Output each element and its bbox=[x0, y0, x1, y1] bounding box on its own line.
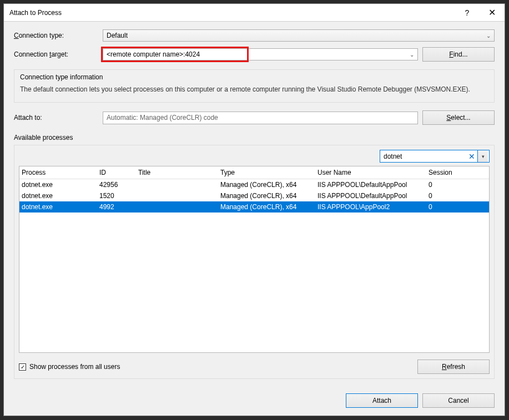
titlebar: Attach to Process ? ✕ bbox=[4, 4, 505, 22]
connection-target-combobox[interactable]: <remote computer name>:4024 ⌄ bbox=[103, 48, 418, 60]
cell-id: 42956 bbox=[97, 181, 136, 189]
cell-session: 0 bbox=[426, 192, 471, 200]
attach-to-value: Automatic: Managed (CoreCLR) code bbox=[107, 114, 218, 122]
connection-type-label: Connection type: bbox=[14, 32, 103, 39]
cell-session: 0 bbox=[426, 203, 471, 211]
cell-user: IIS APPPOOL\DefaultAppPool bbox=[315, 192, 426, 200]
refresh-button[interactable]: Refresh bbox=[417, 360, 490, 374]
available-processes-label: Available processes bbox=[14, 134, 495, 141]
cell-process: dotnet.exe bbox=[19, 181, 97, 189]
col-session[interactable]: Session bbox=[426, 169, 471, 176]
table-row[interactable]: dotnet.exe4992Managed (CoreCLR), x64IIS … bbox=[19, 201, 489, 212]
chevron-down-icon: ⌄ bbox=[410, 52, 414, 58]
process-panel: dotnet ✕ ▾ Process ID Title Type User Na… bbox=[14, 145, 495, 379]
cell-process: dotnet.exe bbox=[19, 203, 97, 211]
connection-target-value: <remote computer name>:4024 bbox=[107, 50, 200, 58]
show-all-users-checkbox[interactable]: ✓ Show processes from all users bbox=[19, 363, 120, 371]
attach-to-row: Attach to: Automatic: Managed (CoreCLR) … bbox=[14, 110, 495, 125]
cell-id: 4992 bbox=[97, 203, 136, 211]
attach-to-process-dialog: Attach to Process ? ✕ Connection type: D… bbox=[3, 3, 505, 416]
chevron-down-icon: ⌄ bbox=[486, 33, 491, 39]
connection-target-row: Connection target: <remote computer name… bbox=[14, 47, 495, 62]
action-row: Attach Cancel bbox=[4, 387, 505, 416]
filter-input[interactable]: dotnet ✕ ▾ bbox=[380, 150, 490, 163]
help-icon[interactable]: ? bbox=[455, 4, 480, 22]
col-id[interactable]: ID bbox=[97, 169, 136, 176]
info-group-text: The default connection lets you select p… bbox=[20, 84, 488, 94]
connection-target-label: Connection target: bbox=[14, 50, 103, 58]
filter-dropdown-icon[interactable]: ▾ bbox=[478, 150, 488, 162]
filter-row: dotnet ✕ ▾ bbox=[19, 150, 490, 163]
col-process[interactable]: Process bbox=[19, 169, 97, 176]
select-button[interactable]: Select... bbox=[422, 110, 495, 125]
connection-type-dropdown[interactable]: Default ⌄ bbox=[103, 29, 495, 42]
panel-bottom-row: ✓ Show processes from all users Refresh bbox=[19, 360, 490, 374]
connection-type-info-group: Connection type information The default … bbox=[14, 69, 495, 103]
col-user[interactable]: User Name bbox=[315, 169, 426, 176]
connection-type-row: Connection type: Default ⌄ bbox=[14, 29, 495, 42]
clear-filter-icon[interactable]: ✕ bbox=[466, 150, 478, 162]
table-row[interactable]: dotnet.exe1520Managed (CoreCLR), x64IIS … bbox=[19, 190, 489, 201]
attach-button[interactable]: Attach bbox=[346, 393, 418, 408]
filter-value: dotnet bbox=[384, 153, 466, 160]
cell-type: Managed (CoreCLR), x64 bbox=[218, 192, 315, 200]
attach-to-label: Attach to: bbox=[14, 114, 103, 122]
col-title[interactable]: Title bbox=[136, 169, 218, 176]
cell-user: IIS APPPOOL\DefaultAppPool bbox=[315, 181, 426, 189]
find-button[interactable]: Find... bbox=[422, 47, 495, 62]
show-all-users-label: Show processes from all users bbox=[29, 363, 120, 371]
attach-to-field: Automatic: Managed (CoreCLR) code bbox=[103, 112, 418, 124]
process-table: Process ID Title Type User Name Session … bbox=[19, 166, 490, 353]
table-header: Process ID Title Type User Name Session bbox=[19, 166, 489, 179]
table-row[interactable]: dotnet.exe42956Managed (CoreCLR), x64IIS… bbox=[19, 179, 489, 190]
client-area: Connection type: Default ⌄ Connection ta… bbox=[4, 22, 505, 387]
checkbox-box: ✓ bbox=[19, 363, 26, 371]
connection-type-value: Default bbox=[107, 32, 128, 39]
info-group-title: Connection type information bbox=[20, 73, 488, 81]
close-icon[interactable]: ✕ bbox=[480, 4, 505, 22]
col-type[interactable]: Type bbox=[218, 169, 315, 176]
window-title: Attach to Process bbox=[9, 9, 455, 17]
cell-session: 0 bbox=[426, 181, 471, 189]
cell-user: IIS APPPOOL\AppPool2 bbox=[315, 203, 426, 211]
table-body: dotnet.exe42956Managed (CoreCLR), x64IIS… bbox=[19, 179, 489, 352]
cell-type: Managed (CoreCLR), x64 bbox=[218, 181, 315, 189]
cell-id: 1520 bbox=[97, 192, 136, 200]
cell-process: dotnet.exe bbox=[19, 192, 97, 200]
cell-type: Managed (CoreCLR), x64 bbox=[218, 203, 315, 211]
cancel-button[interactable]: Cancel bbox=[422, 393, 495, 408]
